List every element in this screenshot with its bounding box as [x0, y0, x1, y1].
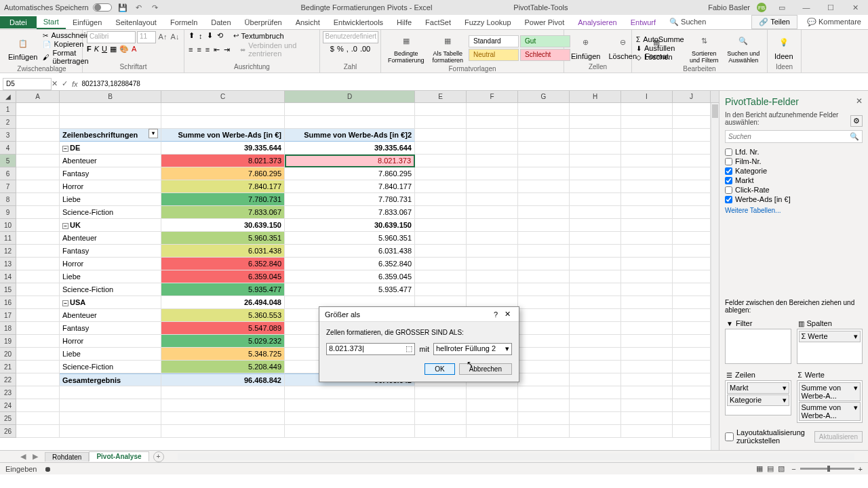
- cell[interactable]: [60, 116, 161, 129]
- cell[interactable]: [285, 116, 415, 129]
- cell[interactable]: [621, 361, 673, 373]
- cell[interactable]: [673, 322, 711, 335]
- row-header[interactable]: 3: [0, 129, 16, 142]
- row-header[interactable]: 17: [0, 309, 16, 322]
- cell[interactable]: [621, 399, 673, 412]
- cell[interactable]: [570, 283, 621, 296]
- row-header[interactable]: 4: [0, 142, 16, 155]
- cell[interactable]: [415, 270, 467, 283]
- cell[interactable]: [467, 180, 518, 193]
- tab-formeln[interactable]: Formeln: [163, 16, 204, 28]
- close-window-icon[interactable]: ✕: [846, 1, 864, 14]
- cell[interactable]: [673, 399, 711, 412]
- cell[interactable]: [16, 322, 60, 335]
- comments-button[interactable]: 💬 Kommentare: [800, 16, 868, 28]
- cell[interactable]: [570, 270, 621, 283]
- cell[interactable]: [570, 155, 621, 167]
- panel-close-icon[interactable]: ✕: [856, 96, 863, 106]
- cell[interactable]: [673, 193, 711, 206]
- cell[interactable]: [518, 219, 570, 232]
- field-checkbox[interactable]: [725, 177, 732, 184]
- cell[interactable]: [673, 155, 711, 167]
- tab-analysieren[interactable]: Analysieren: [571, 16, 623, 28]
- cell[interactable]: [673, 412, 711, 425]
- cell[interactable]: [161, 412, 285, 425]
- cell[interactable]: [16, 103, 60, 116]
- cell[interactable]: [518, 283, 570, 296]
- cell[interactable]: [467, 412, 518, 425]
- cell[interactable]: [673, 142, 711, 155]
- cell[interactable]: [16, 309, 60, 322]
- percent-icon[interactable]: %: [337, 45, 344, 53]
- row-header[interactable]: 15: [0, 283, 16, 296]
- pivot-field[interactable]: Lfd. Nr.: [725, 147, 863, 157]
- cell[interactable]: [285, 386, 415, 399]
- cell[interactable]: [415, 103, 467, 116]
- tab-start[interactable]: Start: [37, 16, 66, 29]
- pivot-value[interactable]: 7.833.067: [161, 206, 285, 219]
- cell[interactable]: [16, 270, 60, 283]
- border-button[interactable]: ▦: [110, 45, 117, 54]
- pivot-group-total[interactable]: 39.335.644: [285, 142, 415, 155]
- pivot-value[interactable]: 5.360.553: [161, 309, 285, 322]
- cell[interactable]: [467, 425, 518, 438]
- sheet-tab[interactable]: Rohdaten: [45, 452, 89, 462]
- cell[interactable]: [673, 258, 711, 270]
- cell[interactable]: [570, 180, 621, 193]
- pivot-field[interactable]: Film-Nr.: [725, 157, 863, 166]
- cell[interactable]: [518, 116, 570, 129]
- panel-gear-icon[interactable]: ⚙: [850, 115, 863, 127]
- pivot-value[interactable]: 6.031.438: [285, 245, 415, 258]
- cell[interactable]: [415, 167, 467, 180]
- paste-button[interactable]: 📋Einfügen: [5, 34, 40, 62]
- col-header[interactable]: E: [415, 91, 467, 102]
- dialog-cancel-button[interactable]: Abbrechen: [459, 363, 512, 375]
- row-header[interactable]: 16: [0, 296, 16, 309]
- cell[interactable]: [60, 425, 161, 438]
- dialog-value-input[interactable]: 8.021.373|⬚: [326, 343, 415, 355]
- dialog-help-icon[interactable]: ?: [490, 310, 502, 319]
- cell[interactable]: [673, 348, 711, 361]
- pivot-value[interactable]: 8.021.373: [285, 155, 415, 167]
- comma-icon[interactable]: ,: [347, 45, 349, 53]
- decrease-font-icon[interactable]: A↓: [170, 31, 180, 42]
- pivot-value[interactable]: 7.840.177: [161, 180, 285, 193]
- cell[interactable]: [16, 399, 60, 412]
- cell[interactable]: [16, 129, 60, 142]
- style-standard[interactable]: Standard: [469, 35, 519, 47]
- cell[interactable]: [621, 167, 673, 180]
- sheet-tab[interactable]: Pivot-Analyse: [89, 451, 149, 462]
- defer-layout-checkbox[interactable]: [725, 432, 734, 441]
- row-header[interactable]: 25: [0, 412, 16, 425]
- field-checkbox[interactable]: [725, 196, 732, 203]
- cell[interactable]: [60, 412, 161, 425]
- currency-icon[interactable]: $: [330, 45, 334, 53]
- cell[interactable]: [161, 399, 285, 412]
- cell[interactable]: [570, 335, 621, 348]
- tab-factset[interactable]: FactSet: [418, 16, 458, 28]
- macro-record-icon[interactable]: ⏺: [44, 465, 52, 473]
- cell[interactable]: [621, 425, 673, 438]
- cell[interactable]: [16, 258, 60, 270]
- pivot-group[interactable]: −USA: [60, 296, 161, 309]
- select-all-corner[interactable]: ◢: [0, 91, 16, 102]
- cell[interactable]: [518, 232, 570, 245]
- cell[interactable]: [621, 232, 673, 245]
- cell[interactable]: [673, 283, 711, 296]
- pivot-row-label[interactable]: Fantasy: [60, 167, 161, 180]
- cell[interactable]: [518, 296, 570, 309]
- pivot-row-label[interactable]: Science-Fiction: [60, 283, 161, 296]
- area-item[interactable]: Σ Werte▾: [799, 331, 861, 342]
- align-center-icon[interactable]: ≡: [197, 45, 201, 54]
- pivot-value[interactable]: 5.348.725: [161, 348, 285, 361]
- cell[interactable]: [16, 167, 60, 180]
- row-header[interactable]: 23: [0, 386, 16, 399]
- cell[interactable]: [415, 155, 467, 167]
- cell[interactable]: [467, 219, 518, 232]
- style-gut[interactable]: Gut: [520, 35, 570, 47]
- cell[interactable]: [621, 180, 673, 193]
- cell[interactable]: [161, 116, 285, 129]
- cell[interactable]: [673, 206, 711, 219]
- cell[interactable]: [467, 283, 518, 296]
- cell[interactable]: [621, 103, 673, 116]
